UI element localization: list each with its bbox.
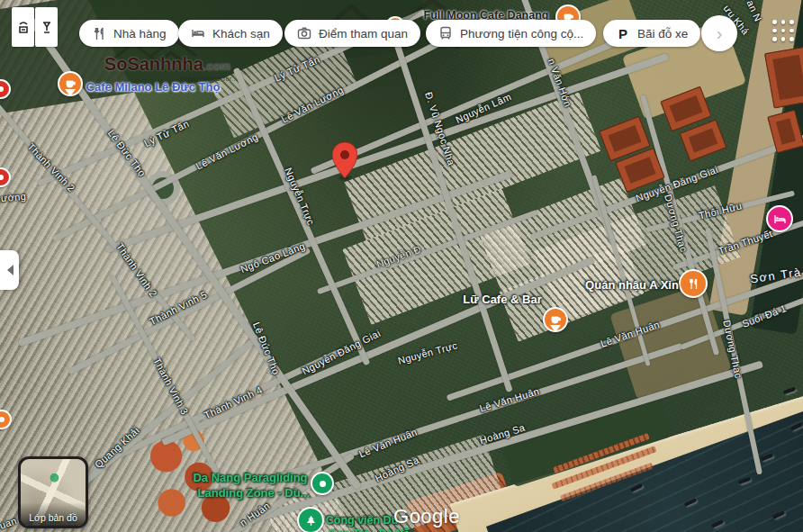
destination-pin[interactable] [332, 142, 357, 178]
filter-chip-label: Bãi đỗ xe [637, 27, 688, 41]
camera-icon [297, 26, 311, 41]
cafe-pin-icon[interactable] [543, 307, 568, 332]
poi-label-quan-nhau[interactable]: Quán nhậu A Xỉn [585, 278, 679, 292]
poi-label-lu-cafe[interactable]: Lữ Cafe & Bar [463, 293, 541, 306]
street-label: Lê Văn Huân [357, 427, 419, 460]
street-label: Nguyễn Trực [397, 339, 459, 365]
poi-label-paragliding-line2[interactable]: Landing Zone - Dù... [198, 486, 311, 500]
map-layers-button[interactable]: Lớp bản đồ [18, 456, 88, 528]
filter-chip-restaurants[interactable]: Nhà hàng [79, 20, 179, 47]
poi-label-cafe-milano[interactable]: Cafe Milano Lê Đức Thọ [86, 80, 221, 94]
chevron-right-icon: › [717, 23, 723, 44]
side-panel-collapse-button[interactable] [0, 250, 19, 290]
hotel-circle-icon[interactable] [766, 205, 793, 232]
parking-icon: P [616, 26, 630, 41]
boat [783, 387, 797, 395]
chips-scroll-right-button[interactable]: › [701, 15, 737, 51]
filter-chip-attractions[interactable]: Điểm tham quan [284, 20, 420, 47]
map-tile-artifact [35, 7, 58, 47]
paragliding-pin-icon[interactable] [311, 472, 334, 495]
satellite-map[interactable]: Lý Tử TấnLý Tử TấnLê Văn LươngLê Văn Lươ… [0, 0, 803, 532]
street-label: Lê Văn Lương [194, 131, 260, 171]
filter-chip-label: Nhà hàng [113, 27, 167, 41]
filter-chip-transit[interactable]: Phương tiện công cộ... [426, 20, 596, 47]
map-layers-label: Lớp bản đồ [29, 512, 77, 526]
poi-label-cong-vien[interactable]: Công viên Dù [326, 514, 399, 527]
restaurant-icon [92, 26, 106, 41]
street-label: an N [744, 0, 763, 23]
cafe-pin-icon[interactable] [58, 71, 83, 96]
filter-chip-hotels[interactable]: Khách sạn [178, 20, 283, 47]
street-label: ường [0, 191, 26, 203]
hotel-icon [191, 26, 205, 41]
filter-chip-label: Khách sạn [212, 27, 270, 41]
map-tile-artifact [12, 7, 34, 47]
park-tree-icon[interactable] [297, 507, 324, 532]
google-logo: Google [393, 505, 460, 528]
filter-chip-label: Phương tiện công cộ... [460, 27, 583, 41]
watermark-brand: SoSanhnha.com [104, 54, 230, 75]
chevron-left-icon [2, 265, 14, 275]
restaurant-circle-icon[interactable] [679, 269, 708, 298]
apps-grid-icon[interactable] [771, 18, 796, 43]
filter-chip-parking[interactable]: P Bãi đỗ xe [603, 20, 700, 47]
poi-label-paragliding-line1[interactable]: Da Nang Paragliding [193, 471, 307, 484]
transit-icon [438, 26, 453, 41]
filter-chip-label: Điểm tham quan [319, 27, 408, 41]
